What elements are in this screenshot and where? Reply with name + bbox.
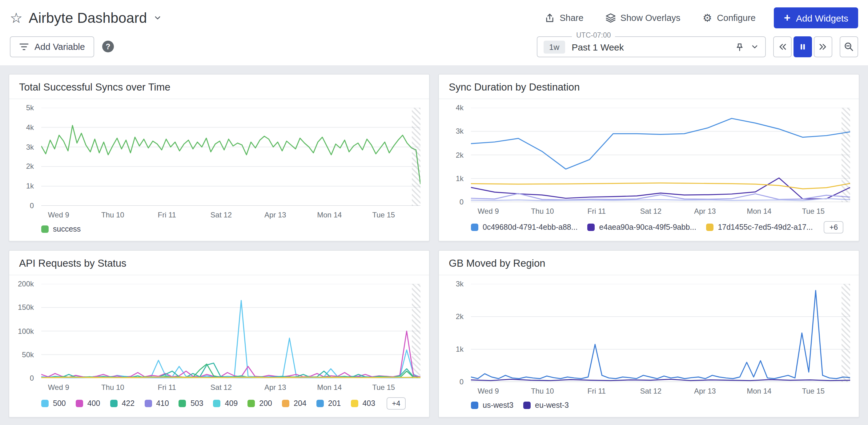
y-tick-label: 0: [9, 202, 35, 210]
show-overlays-button[interactable]: Show Overlays: [606, 13, 681, 23]
x-tick-label: Mon 14: [747, 387, 771, 395]
time-backward-button[interactable]: [773, 36, 792, 57]
pin-icon[interactable]: [735, 42, 744, 52]
time-nav-group: [773, 36, 832, 57]
x-tick-label: Wed 9: [48, 383, 69, 392]
x-tick-label: Sat 12: [640, 387, 661, 395]
x-tick-label: Sat 12: [211, 211, 232, 219]
x-tick-label: Thu 10: [531, 207, 554, 216]
y-tick-label: 2k: [439, 312, 465, 321]
legend-item[interactable]: us-west3: [471, 401, 514, 409]
legend-swatch: [350, 400, 358, 407]
add-widgets-button[interactable]: + Add Widgets: [774, 7, 858, 28]
y-tick-label: 0: [439, 198, 465, 206]
y-axis: 01k2k3k: [443, 284, 468, 382]
legend-label: 422: [122, 399, 134, 408]
legend-swatch: [110, 400, 117, 407]
legend-swatch: [282, 400, 289, 407]
legend-item[interactable]: e4aea90a-90ca-49f5-9abb...: [588, 223, 696, 232]
time-range-chip[interactable]: 1w: [544, 40, 565, 53]
legend: us-west3eu-west-3: [439, 397, 859, 417]
legend-item[interactable]: 204: [282, 399, 307, 408]
configure-button[interactable]: ⚙ Configure: [703, 12, 756, 23]
line-chart[interactable]: [471, 108, 850, 202]
add-variable-button[interactable]: Add Variable: [10, 36, 94, 57]
share-icon: [545, 13, 555, 23]
time-forward-button[interactable]: [814, 36, 832, 57]
line-chart[interactable]: [41, 284, 421, 378]
page-title: Airbyte Dashboard: [29, 9, 147, 26]
legend-item[interactable]: 422: [110, 399, 134, 408]
legend-overflow-badge[interactable]: +4: [386, 397, 406, 409]
x-tick-label: Thu 10: [101, 211, 124, 219]
header: ☆ Airbyte Dashboard Share Show Overlays: [0, 0, 868, 65]
plot-area[interactable]: [471, 284, 850, 382]
legend-item[interactable]: success: [41, 225, 81, 234]
time-range-label: Past 1 Week: [571, 41, 735, 52]
legend-label: 400: [87, 399, 100, 408]
legend-item[interactable]: 410: [144, 399, 169, 408]
legend-label: 503: [190, 399, 204, 408]
plot-area[interactable]: [471, 108, 850, 202]
x-tick-label: Sat 12: [211, 383, 232, 392]
legend-item[interactable]: 400: [76, 399, 100, 408]
share-button[interactable]: Share: [545, 13, 583, 23]
widget-card: Total Successful Syncs over Time 01k2k3k…: [9, 74, 430, 241]
x-tick-label: Apr 13: [265, 383, 286, 392]
legend-swatch: [41, 225, 49, 233]
legend: 500400422410503409200204201403+4: [9, 393, 429, 417]
add-variable-label: Add Variable: [34, 42, 85, 52]
y-tick-label: 3k: [439, 127, 465, 136]
y-tick-label: 1k: [9, 182, 35, 190]
legend-swatch: [144, 400, 152, 407]
zoom-out-button[interactable]: [840, 36, 858, 57]
y-tick-label: 2k: [9, 162, 35, 171]
y-tick-label: 0: [9, 374, 35, 383]
legend-item[interactable]: 503: [179, 399, 204, 408]
x-tick-label: Tue 15: [372, 383, 395, 392]
legend-item[interactable]: 403: [350, 399, 375, 408]
header-row-2: Add Variable ? UTC-07:00 1w Past 1 Week: [10, 36, 858, 57]
legend-swatch: [179, 400, 186, 407]
time-controls: UTC-07:00 1w Past 1 Week: [537, 36, 858, 57]
legend-item[interactable]: 201: [316, 399, 341, 408]
legend-label: 410: [156, 399, 169, 408]
legend-label: 17d1455c-7ed5-49d2-a17...: [718, 223, 813, 232]
help-icon[interactable]: ?: [102, 41, 114, 52]
plot-area[interactable]: [41, 284, 421, 378]
chart-body: 01k2k3k4k5k Wed 9Thu 10Fri 11Sat 12Apr 1…: [13, 104, 421, 220]
plus-icon: +: [784, 12, 790, 23]
widget-card: Sync Duration by Destination 01k2k3k4k W…: [438, 74, 859, 241]
pause-live-button[interactable]: [794, 36, 812, 57]
plot-area[interactable]: [41, 108, 421, 206]
x-tick-label: Wed 9: [478, 387, 499, 395]
favorite-star-icon[interactable]: ☆: [10, 11, 23, 25]
y-tick-label: 50k: [9, 351, 35, 359]
x-tick-label: Fri 11: [588, 387, 606, 395]
legend-overflow-badge[interactable]: +6: [824, 221, 843, 234]
legend-item[interactable]: 409: [213, 399, 238, 408]
legend-item[interactable]: 17d1455c-7ed5-49d2-a17...: [706, 223, 813, 232]
time-range-picker[interactable]: UTC-07:00 1w Past 1 Week: [537, 36, 766, 57]
legend-swatch: [41, 400, 49, 407]
legend-swatch: [316, 400, 324, 407]
share-label: Share: [560, 13, 583, 23]
legend-label: 500: [53, 399, 66, 408]
y-tick-label: 5k: [9, 103, 35, 112]
legend-item[interactable]: 200: [247, 399, 272, 408]
x-tick-label: Mon 14: [317, 383, 342, 392]
legend-item[interactable]: 0c49680d-4791-4ebb-a88...: [471, 223, 578, 232]
line-chart[interactable]: [471, 284, 850, 382]
widget-card: API Requests by Status 050k100k150k200k …: [9, 250, 430, 418]
x-axis: Wed 9Thu 10Fri 11Sat 12Apr 13Mon 14Tue 1…: [471, 384, 850, 397]
x-tick-label: Apr 13: [265, 211, 286, 219]
chart-body: 050k100k150k200k Wed 9Thu 10Fri 11Sat 12…: [13, 280, 421, 393]
widget-grid: Total Successful Syncs over Time 01k2k3k…: [0, 65, 868, 425]
y-tick-label: 1k: [439, 345, 465, 354]
legend-item[interactable]: eu-west-3: [523, 401, 569, 409]
legend-item[interactable]: 500: [41, 399, 66, 408]
picker-chevron-down-icon[interactable]: [750, 42, 759, 51]
x-axis: Wed 9Thu 10Fri 11Sat 12Apr 13Mon 14Tue 1…: [41, 208, 421, 220]
line-chart[interactable]: [41, 108, 421, 206]
title-chevron-down-icon[interactable]: [153, 13, 162, 22]
